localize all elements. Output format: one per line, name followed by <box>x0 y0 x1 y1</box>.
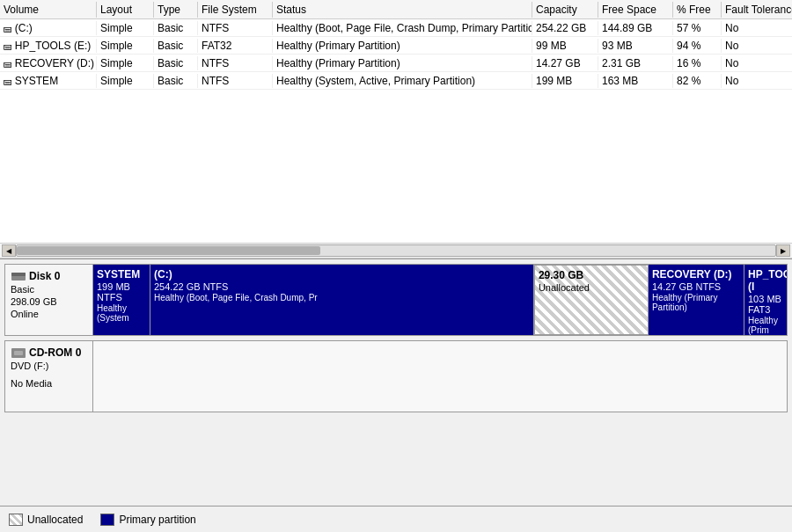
cdrom0-content <box>93 341 787 412</box>
disk-icon <box>11 271 26 282</box>
cell-status-2: Healthy (Primary Partition) <box>273 56 532 70</box>
cell-faulttol-2: No <box>722 56 792 70</box>
scrollbar-thumb[interactable] <box>17 246 320 255</box>
svg-rect-3 <box>14 351 23 355</box>
legend-primary: Primary partition <box>100 514 195 526</box>
partition-system-status: Healthy (System <box>97 303 146 323</box>
partition-recovery-size: 14.27 GB NTFS <box>652 281 740 292</box>
disk0-name: Disk 0 <box>29 270 60 282</box>
partition-hptools-status: Healthy (Prim <box>748 316 783 335</box>
cell-freespace-1: 93 MB <box>598 39 673 53</box>
partition-c-status: Healthy (Boot, Page File, Crash Dump, Pr <box>154 293 530 302</box>
scrollbar-track[interactable] <box>16 244 776 257</box>
table-header: Volume Layout Type File System Status Ca… <box>0 0 792 19</box>
scroll-right-button[interactable]: ▶ <box>776 244 790 257</box>
col-header-type[interactable]: Type <box>154 2 198 18</box>
cell-filesystem-2: NTFS <box>198 56 273 70</box>
main-container: Volume Layout Type File System Status Ca… <box>0 0 792 532</box>
cell-capacity-0: 254.22 GB <box>532 21 598 35</box>
col-header-faulttol[interactable]: Fault Tolerance <box>722 2 792 18</box>
cdrom0-label: CD-ROM 0 DVD (F:) No Media <box>5 341 93 412</box>
cell-type-3: Basic <box>154 74 198 88</box>
cell-freespace-0: 144.89 GB <box>598 21 673 35</box>
disk0-size: 298.09 GB <box>11 296 87 307</box>
drive-icon-0: 🖴 <box>4 24 15 33</box>
cell-volume-1: 🖴 HP_TOOLS (E:) <box>0 39 97 53</box>
legend-unallocated-label: Unallocated <box>27 514 83 526</box>
cell-filesystem-1: FAT32 <box>198 39 273 53</box>
col-header-freespace[interactable]: Free Space <box>598 2 673 18</box>
partition-unallocated-label: Unallocated <box>539 282 644 293</box>
scroll-left-button[interactable]: ◀ <box>2 244 16 257</box>
col-header-filesystem[interactable]: File System <box>198 2 273 18</box>
partition-system[interactable]: SYSTEM 199 MB NTFS Healthy (System <box>93 265 150 335</box>
disk0-partitions: SYSTEM 199 MB NTFS Healthy (System (C:) … <box>93 265 787 335</box>
col-header-capacity[interactable]: Capacity <box>532 2 598 18</box>
svg-rect-1 <box>11 273 26 276</box>
legend-primary-box <box>100 514 114 526</box>
horizontal-scrollbar[interactable]: ◀ ▶ <box>0 243 792 259</box>
partition-hptools-name: HP_TOOLS (I <box>748 268 783 293</box>
cell-layout-2: Simple <box>97 56 154 70</box>
partition-c-size: 254.22 GB NTFS <box>154 281 530 292</box>
cdrom0-type: DVD (F:) <box>11 361 87 371</box>
cell-status-1: Healthy (Primary Partition) <box>273 39 532 53</box>
cell-capacity-1: 99 MB <box>532 39 598 53</box>
col-header-status[interactable]: Status <box>273 2 532 18</box>
partition-unallocated[interactable]: 29.30 GB Unallocated <box>534 265 649 335</box>
cell-volume-2: 🖴 RECOVERY (D:) <box>0 56 97 70</box>
legend-bar: Unallocated Primary partition <box>0 506 792 532</box>
cdrom0-name: CD-ROM 0 <box>29 346 81 359</box>
partition-recovery-name: RECOVERY (D:) <box>652 268 740 281</box>
partition-c[interactable]: (C:) 254.22 GB NTFS Healthy (Boot, Page … <box>150 265 534 335</box>
cell-faulttol-3: No <box>722 74 792 88</box>
cell-filesystem-3: NTFS <box>198 74 273 88</box>
drive-icon-2: 🖴 <box>4 59 15 69</box>
cdrom-icon <box>11 347 26 359</box>
cell-status-3: Healthy (System, Active, Primary Partiti… <box>273 74 532 88</box>
cell-faulttol-0: No <box>722 21 792 35</box>
cell-layout-1: Simple <box>97 39 154 53</box>
cdrom0-row[interactable]: CD-ROM 0 DVD (F:) No Media <box>4 340 788 412</box>
top-panel: Volume Layout Type File System Status Ca… <box>0 0 792 259</box>
disk0-row[interactable]: Disk 0 Basic 298.09 GB Online SYSTEM 199… <box>4 264 788 336</box>
disk0-label: Disk 0 Basic 298.09 GB Online <box>5 265 93 335</box>
cell-freespace-2: 2.31 GB <box>598 56 673 70</box>
cell-percentfree-3: 82 % <box>673 74 722 88</box>
drive-icon-3: 🖴 <box>4 77 15 86</box>
cell-layout-3: Simple <box>97 74 154 88</box>
col-header-layout[interactable]: Layout <box>97 2 154 18</box>
drive-icon-1: 🖴 <box>4 41 15 51</box>
table-row[interactable]: 🖴 RECOVERY (D:) Simple Basic NTFS Health… <box>0 55 792 72</box>
partition-unallocated-size: 29.30 GB <box>539 269 644 281</box>
cell-filesystem-0: NTFS <box>198 21 273 35</box>
cell-type-0: Basic <box>154 21 198 35</box>
cell-percentfree-1: 94 % <box>673 39 722 53</box>
disk0-status: Online <box>11 309 87 319</box>
cell-percentfree-0: 57 % <box>673 21 722 35</box>
table-body: 🖴 (C:) Simple Basic NTFS Healthy (Boot, … <box>0 19 792 243</box>
table-row[interactable]: 🖴 (C:) Simple Basic NTFS Healthy (Boot, … <box>0 19 792 37</box>
partition-hptools[interactable]: HP_TOOLS (I 103 MB FAT3 Healthy (Prim <box>744 265 787 335</box>
col-header-percentfree[interactable]: % Free <box>673 2 722 18</box>
table-row[interactable]: 🖴 HP_TOOLS (E:) Simple Basic FAT32 Healt… <box>0 37 792 55</box>
legend-primary-label: Primary partition <box>119 514 195 526</box>
cell-percentfree-2: 16 % <box>673 56 722 70</box>
partition-recovery[interactable]: RECOVERY (D:) 14.27 GB NTFS Healthy (Pri… <box>649 265 744 335</box>
cell-volume-0: 🖴 (C:) <box>0 21 97 35</box>
table-row[interactable]: 🖴 SYSTEM Simple Basic NTFS Healthy (Syst… <box>0 72 792 90</box>
partition-hptools-size: 103 MB FAT3 <box>748 294 783 315</box>
cell-status-0: Healthy (Boot, Page File, Crash Dump, Pr… <box>273 21 532 35</box>
disk0-type: Basic <box>11 284 87 295</box>
bottom-panel: Disk 0 Basic 298.09 GB Online SYSTEM 199… <box>0 259 792 532</box>
cdrom0-status: No Media <box>11 378 87 389</box>
legend-unallocated: Unallocated <box>9 514 83 526</box>
cell-faulttol-1: No <box>722 39 792 53</box>
partition-system-size: 199 MB NTFS <box>97 281 146 302</box>
partition-recovery-status: Healthy (Primary Partition) <box>652 293 740 312</box>
legend-unallocated-box <box>9 514 23 526</box>
col-header-volume[interactable]: Volume <box>0 2 97 18</box>
cell-volume-3: 🖴 SYSTEM <box>0 74 97 88</box>
cell-type-2: Basic <box>154 56 198 70</box>
cell-layout-0: Simple <box>97 21 154 35</box>
